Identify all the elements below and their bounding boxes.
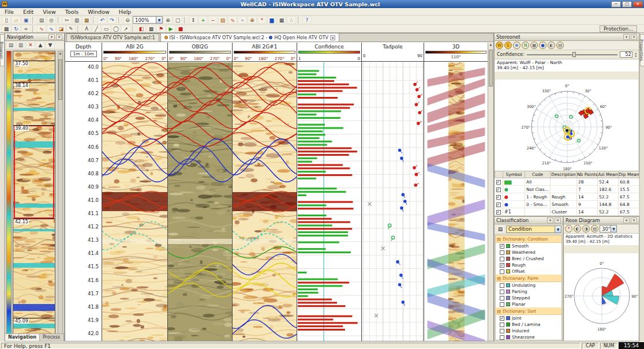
- toolbar-icon[interactable]: ∘: [238, 16, 247, 24]
- close-button[interactable]: ✕: [633, 1, 643, 7]
- classification-item[interactable]: Weathered: [496, 249, 561, 256]
- abi2g-image[interactable]: [102, 62, 167, 341]
- panel-menu-icon[interactable]: ▾: [623, 217, 630, 223]
- toolbar-icon[interactable]: ▦: [82, 16, 91, 24]
- toolbar-icon[interactable]: ∿: [47, 25, 56, 32]
- classification-item[interactable]: Planar: [496, 301, 561, 307]
- classification-item[interactable]: ✓ Rough: [496, 262, 561, 268]
- toolbar-icon[interactable]: ▥: [72, 16, 81, 24]
- rose-tool-icon[interactable]: ◐: [574, 225, 581, 232]
- toolbar-icon[interactable]: ⊕: [163, 16, 173, 24]
- toolbar-icon[interactable]: ◧: [137, 25, 146, 32]
- panel-close-icon[interactable]: ✕: [631, 34, 637, 40]
- toolbar-icon[interactable]: ▣: [21, 16, 31, 24]
- panel-close-icon[interactable]: ✕: [555, 217, 561, 223]
- stereonet-tool-icon[interactable]: ▦: [530, 42, 538, 49]
- slider-thumb[interactable]: [572, 52, 576, 57]
- toolbar-icon[interactable]: ✎: [66, 25, 76, 32]
- toolbar-icon[interactable]: ✕: [26, 42, 35, 49]
- menu-item[interactable]: File: [0, 8, 18, 16]
- toolbar-icon[interactable]: ↕: [189, 16, 198, 24]
- toolbar-icon[interactable]: ▢: [173, 16, 182, 24]
- tab-close-icon[interactable]: ✕: [330, 35, 335, 40]
- track-title[interactable]: Depth: [65, 43, 102, 50]
- toolbar-icon[interactable]: ∞: [21, 25, 31, 32]
- toolbar-icon[interactable]: [32, 25, 35, 32]
- toolbar-icon[interactable]: [132, 25, 135, 32]
- table-row[interactable]: ✓ ● 1 - Rough Rough 14 52.2 67.5: [495, 193, 639, 201]
- toolbar-icon[interactable]: ▦: [147, 25, 156, 32]
- toolbar-icon[interactable]: [298, 17, 301, 24]
- item-checkbox[interactable]: [500, 290, 504, 294]
- document-tab-1[interactable]: ISIWorkspace ATV OTV Sample.wcl:1: [66, 33, 159, 42]
- panel-close-icon[interactable]: ✕: [631, 217, 637, 223]
- item-checkbox[interactable]: [500, 329, 504, 333]
- menu-item[interactable]: Window: [83, 8, 114, 16]
- track-title[interactable]: Confidence: [297, 43, 361, 50]
- toolbar-icon[interactable]: [77, 25, 80, 32]
- classification-item[interactable]: Brec / Crushed: [496, 256, 561, 262]
- stereonet-tool-icon[interactable]: ●: [539, 42, 546, 49]
- toolbar-icon[interactable]: ↻: [12, 25, 21, 32]
- navigation-scrollbar[interactable]: ▲: [58, 51, 63, 334]
- 3d-view[interactable]: [424, 62, 488, 341]
- row-checkbox[interactable]: ✓: [496, 202, 501, 207]
- minimize-button[interactable]: ─: [611, 1, 621, 7]
- confidence-slider[interactable]: [527, 52, 618, 57]
- stereonet-tool-icon[interactable]: ⊕: [513, 42, 521, 49]
- obi2g-image[interactable]: [168, 62, 232, 341]
- table-header[interactable]: Code: [525, 171, 551, 178]
- toolbar-icon[interactable]: ◯: [111, 25, 121, 32]
- table-row[interactable]: ✓ #1 Cluster 14 52.2 67.5: [495, 208, 639, 216]
- toolbar-icon[interactable]: ▼: [46, 42, 55, 49]
- rose-tool-icon[interactable]: ▤: [591, 225, 598, 232]
- toolbar-icon[interactable]: ◎: [47, 16, 56, 24]
- item-checkbox[interactable]: [500, 257, 504, 261]
- toolbar-icon[interactable]: +: [199, 16, 208, 24]
- toolbar-icon[interactable]: ■: [176, 25, 185, 32]
- track-title[interactable]: ABI 2G: [102, 43, 167, 50]
- chevron-down-icon[interactable]: ▼: [555, 226, 561, 232]
- item-checkbox[interactable]: [500, 335, 504, 340]
- toolbar-icon[interactable]: ▭: [102, 25, 111, 32]
- dictionary-combobox[interactable]: Condition ▼: [506, 226, 561, 233]
- toolbar-icon[interactable]: ▆: [267, 16, 276, 24]
- table-header[interactable]: Symbol: [503, 171, 525, 178]
- toolbar-icon[interactable]: ▤: [6, 42, 16, 49]
- track-title[interactable]: Tadpole: [362, 43, 424, 50]
- toolbar-icon[interactable]: ↷: [107, 16, 117, 24]
- classification-item[interactable]: Induced: [496, 328, 561, 334]
- toolbar-icon[interactable]: [32, 17, 35, 24]
- toolbar-icon[interactable]: ↗: [121, 25, 130, 32]
- classification-item[interactable]: Stepped: [496, 295, 561, 301]
- protection-button[interactable]: Protection...: [600, 25, 637, 32]
- panel-close-icon[interactable]: ✕: [56, 34, 62, 40]
- track-title[interactable]: OBI2G: [168, 43, 232, 50]
- classification-item[interactable]: Undulating: [496, 282, 561, 288]
- stereonet-tool-icon[interactable]: W: [496, 42, 503, 49]
- chevron-down-icon[interactable]: ▼: [611, 226, 616, 232]
- toolbar-icon[interactable]: ◪: [57, 25, 66, 32]
- item-checkbox[interactable]: [500, 302, 504, 307]
- navigation-log-thumbnail[interactable]: 37.50 38.14 39.40 42.15 45.09: [13, 51, 55, 334]
- toolbar-icon[interactable]: ▨: [218, 16, 227, 24]
- classification-item[interactable]: Parting: [496, 288, 561, 295]
- stereonet-plot[interactable]: 0°30°60°90°120°150°180°210°240°270°300°3…: [495, 80, 638, 172]
- toolbar-icon[interactable]: *: [257, 16, 267, 24]
- toolbar-icon[interactable]: ✂: [62, 16, 72, 24]
- toolbar-icon[interactable]: ╱: [92, 25, 101, 32]
- menu-item[interactable]: View: [38, 8, 61, 16]
- rose-tool-icon[interactable]: ◑: [582, 225, 590, 232]
- item-checkbox[interactable]: ✓: [500, 316, 504, 321]
- row-checkbox[interactable]: ✓: [496, 195, 501, 200]
- toolbar-icon[interactable]: ∴: [287, 16, 296, 24]
- menu-item[interactable]: Edit: [18, 8, 38, 16]
- stereonet-tool-icon[interactable]: N: [522, 42, 529, 49]
- toolbar-icon[interactable]: ▲: [36, 42, 45, 49]
- classification-item[interactable]: Shearzone: [496, 334, 561, 340]
- stereonet-tool-icon[interactable]: ▤: [556, 42, 564, 49]
- toolbar-icon[interactable]: ▤: [37, 16, 46, 24]
- properties-dock-tab[interactable]: Properties: [640, 34, 644, 66]
- item-checkbox[interactable]: [500, 269, 504, 274]
- table-row[interactable]: ✓ ● 0 - Smo... Smooth 9 144.8 64.8: [495, 201, 639, 208]
